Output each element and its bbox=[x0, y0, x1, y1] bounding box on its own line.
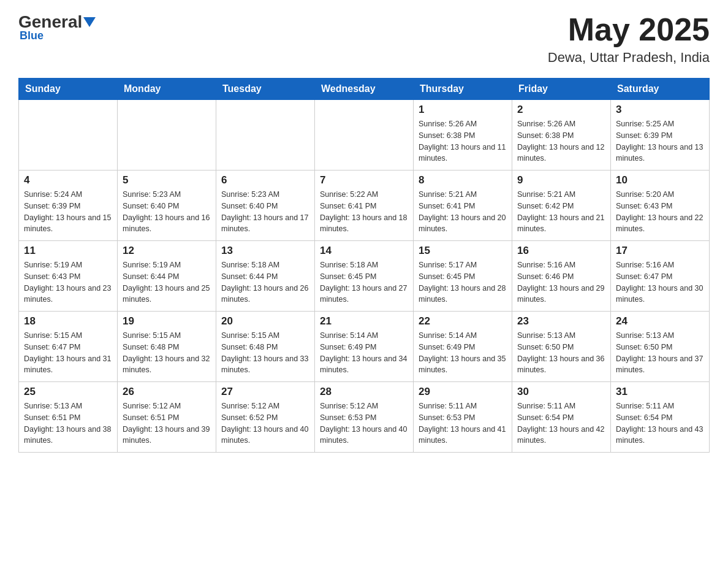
day-info: Sunrise: 5:22 AMSunset: 6:41 PMDaylight:… bbox=[320, 189, 408, 235]
day-info: Sunrise: 5:12 AMSunset: 6:51 PMDaylight:… bbox=[123, 400, 211, 446]
day-number: 24 bbox=[616, 315, 704, 327]
location-subtitle: Dewa, Uttar Pradesh, India bbox=[548, 50, 710, 66]
day-info: Sunrise: 5:18 AMSunset: 6:44 PMDaylight:… bbox=[221, 259, 309, 305]
day-cell: 15Sunrise: 5:17 AMSunset: 6:45 PMDayligh… bbox=[414, 241, 512, 312]
day-number: 11 bbox=[24, 245, 112, 257]
day-cell: 20Sunrise: 5:15 AMSunset: 6:48 PMDayligh… bbox=[216, 312, 315, 382]
day-info: Sunrise: 5:14 AMSunset: 6:49 PMDaylight:… bbox=[419, 330, 507, 376]
day-info: Sunrise: 5:15 AMSunset: 6:48 PMDaylight:… bbox=[123, 330, 211, 376]
calendar-title: May 2025 bbox=[548, 12, 710, 47]
page-header: General Blue May 2025 Dewa, Uttar Prades… bbox=[18, 12, 710, 66]
day-number: 29 bbox=[419, 386, 507, 398]
day-info: Sunrise: 5:14 AMSunset: 6:49 PMDaylight:… bbox=[320, 330, 408, 376]
day-info: Sunrise: 5:15 AMSunset: 6:47 PMDaylight:… bbox=[24, 330, 112, 376]
logo: General Blue bbox=[18, 12, 96, 42]
week-row-1: 1Sunrise: 5:26 AMSunset: 6:38 PMDaylight… bbox=[19, 100, 710, 170]
day-cell: 23Sunrise: 5:13 AMSunset: 6:50 PMDayligh… bbox=[512, 312, 611, 382]
day-number: 9 bbox=[517, 174, 605, 186]
day-info: Sunrise: 5:26 AMSunset: 6:38 PMDaylight:… bbox=[517, 118, 605, 164]
col-tuesday: Tuesday bbox=[216, 79, 315, 100]
day-cell bbox=[118, 100, 216, 170]
day-number: 3 bbox=[616, 104, 704, 116]
day-cell bbox=[315, 100, 414, 170]
day-cell: 10Sunrise: 5:20 AMSunset: 6:43 PMDayligh… bbox=[611, 170, 710, 241]
day-number: 26 bbox=[123, 386, 211, 398]
day-info: Sunrise: 5:13 AMSunset: 6:51 PMDaylight:… bbox=[24, 400, 112, 446]
logo-triangle-icon bbox=[83, 17, 96, 27]
day-info: Sunrise: 5:19 AMSunset: 6:43 PMDaylight:… bbox=[24, 259, 112, 305]
day-info: Sunrise: 5:13 AMSunset: 6:50 PMDaylight:… bbox=[517, 330, 605, 376]
day-number: 13 bbox=[221, 245, 309, 257]
day-info: Sunrise: 5:24 AMSunset: 6:39 PMDaylight:… bbox=[24, 189, 112, 235]
day-cell: 30Sunrise: 5:11 AMSunset: 6:54 PMDayligh… bbox=[512, 382, 611, 453]
day-number: 19 bbox=[123, 315, 211, 327]
day-number: 23 bbox=[517, 315, 605, 327]
day-info: Sunrise: 5:13 AMSunset: 6:50 PMDaylight:… bbox=[616, 330, 704, 376]
day-cell: 12Sunrise: 5:19 AMSunset: 6:44 PMDayligh… bbox=[118, 241, 216, 312]
day-cell: 9Sunrise: 5:21 AMSunset: 6:42 PMDaylight… bbox=[512, 170, 611, 241]
day-cell bbox=[19, 100, 118, 170]
col-thursday: Thursday bbox=[414, 79, 512, 100]
day-number: 6 bbox=[221, 174, 309, 186]
day-cell: 8Sunrise: 5:21 AMSunset: 6:41 PMDaylight… bbox=[414, 170, 512, 241]
day-cell: 13Sunrise: 5:18 AMSunset: 6:44 PMDayligh… bbox=[216, 241, 315, 312]
day-cell: 25Sunrise: 5:13 AMSunset: 6:51 PMDayligh… bbox=[19, 382, 118, 453]
day-info: Sunrise: 5:26 AMSunset: 6:38 PMDaylight:… bbox=[419, 118, 507, 164]
calendar-header-row: Sunday Monday Tuesday Wednesday Thursday… bbox=[19, 79, 710, 100]
day-cell: 29Sunrise: 5:11 AMSunset: 6:53 PMDayligh… bbox=[414, 382, 512, 453]
day-info: Sunrise: 5:17 AMSunset: 6:45 PMDaylight:… bbox=[419, 259, 507, 305]
col-sunday: Sunday bbox=[19, 79, 118, 100]
day-number: 21 bbox=[320, 315, 408, 327]
day-number: 22 bbox=[419, 315, 507, 327]
day-number: 12 bbox=[123, 245, 211, 257]
day-cell: 27Sunrise: 5:12 AMSunset: 6:52 PMDayligh… bbox=[216, 382, 315, 453]
day-info: Sunrise: 5:21 AMSunset: 6:41 PMDaylight:… bbox=[419, 189, 507, 235]
col-wednesday: Wednesday bbox=[315, 79, 414, 100]
day-cell: 7Sunrise: 5:22 AMSunset: 6:41 PMDaylight… bbox=[315, 170, 414, 241]
day-info: Sunrise: 5:21 AMSunset: 6:42 PMDaylight:… bbox=[517, 189, 605, 235]
day-info: Sunrise: 5:20 AMSunset: 6:43 PMDaylight:… bbox=[616, 189, 704, 235]
day-cell: 19Sunrise: 5:15 AMSunset: 6:48 PMDayligh… bbox=[118, 312, 216, 382]
day-number: 5 bbox=[123, 174, 211, 186]
day-cell: 4Sunrise: 5:24 AMSunset: 6:39 PMDaylight… bbox=[19, 170, 118, 241]
day-number: 2 bbox=[517, 104, 605, 116]
day-info: Sunrise: 5:11 AMSunset: 6:53 PMDaylight:… bbox=[419, 400, 507, 446]
week-row-5: 25Sunrise: 5:13 AMSunset: 6:51 PMDayligh… bbox=[19, 382, 710, 453]
day-cell: 18Sunrise: 5:15 AMSunset: 6:47 PMDayligh… bbox=[19, 312, 118, 382]
day-info: Sunrise: 5:16 AMSunset: 6:46 PMDaylight:… bbox=[517, 259, 605, 305]
day-info: Sunrise: 5:23 AMSunset: 6:40 PMDaylight:… bbox=[123, 189, 211, 235]
day-number: 4 bbox=[24, 174, 112, 186]
day-cell: 24Sunrise: 5:13 AMSunset: 6:50 PMDayligh… bbox=[611, 312, 710, 382]
day-number: 28 bbox=[320, 386, 408, 398]
day-info: Sunrise: 5:11 AMSunset: 6:54 PMDaylight:… bbox=[616, 400, 704, 446]
day-cell: 6Sunrise: 5:23 AMSunset: 6:40 PMDaylight… bbox=[216, 170, 315, 241]
day-number: 25 bbox=[24, 386, 112, 398]
day-info: Sunrise: 5:23 AMSunset: 6:40 PMDaylight:… bbox=[221, 189, 309, 235]
logo-blue-text: Blue bbox=[18, 29, 44, 42]
day-number: 30 bbox=[517, 386, 605, 398]
day-number: 31 bbox=[616, 386, 704, 398]
day-info: Sunrise: 5:12 AMSunset: 6:53 PMDaylight:… bbox=[320, 400, 408, 446]
col-monday: Monday bbox=[118, 79, 216, 100]
day-number: 14 bbox=[320, 245, 408, 257]
day-number: 7 bbox=[320, 174, 408, 186]
day-cell: 22Sunrise: 5:14 AMSunset: 6:49 PMDayligh… bbox=[414, 312, 512, 382]
day-cell: 17Sunrise: 5:16 AMSunset: 6:47 PMDayligh… bbox=[611, 241, 710, 312]
day-cell: 11Sunrise: 5:19 AMSunset: 6:43 PMDayligh… bbox=[19, 241, 118, 312]
day-cell: 1Sunrise: 5:26 AMSunset: 6:38 PMDaylight… bbox=[414, 100, 512, 170]
day-number: 10 bbox=[616, 174, 704, 186]
day-number: 20 bbox=[221, 315, 309, 327]
week-row-3: 11Sunrise: 5:19 AMSunset: 6:43 PMDayligh… bbox=[19, 241, 710, 312]
day-info: Sunrise: 5:12 AMSunset: 6:52 PMDaylight:… bbox=[221, 400, 309, 446]
day-number: 15 bbox=[419, 245, 507, 257]
day-cell: 31Sunrise: 5:11 AMSunset: 6:54 PMDayligh… bbox=[611, 382, 710, 453]
title-block: May 2025 Dewa, Uttar Pradesh, India bbox=[548, 12, 710, 66]
week-row-2: 4Sunrise: 5:24 AMSunset: 6:39 PMDaylight… bbox=[19, 170, 710, 241]
day-info: Sunrise: 5:11 AMSunset: 6:54 PMDaylight:… bbox=[517, 400, 605, 446]
day-cell: 26Sunrise: 5:12 AMSunset: 6:51 PMDayligh… bbox=[118, 382, 216, 453]
day-info: Sunrise: 5:15 AMSunset: 6:48 PMDaylight:… bbox=[221, 330, 309, 376]
day-cell: 3Sunrise: 5:25 AMSunset: 6:39 PMDaylight… bbox=[611, 100, 710, 170]
day-number: 18 bbox=[24, 315, 112, 327]
day-number: 8 bbox=[419, 174, 507, 186]
day-number: 27 bbox=[221, 386, 309, 398]
